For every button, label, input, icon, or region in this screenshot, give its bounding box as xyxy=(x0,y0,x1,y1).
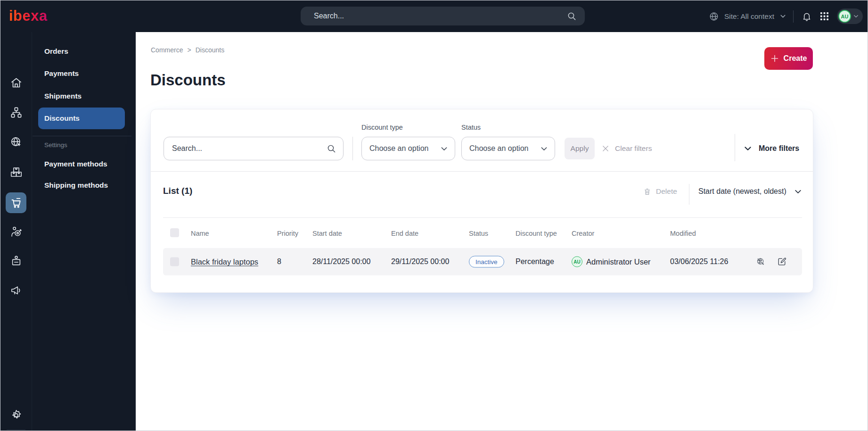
select-all-checkbox[interactable] xyxy=(170,228,179,237)
filter-search xyxy=(164,137,344,160)
column-header-status: Status xyxy=(469,230,488,237)
row-checkbox[interactable] xyxy=(170,257,179,266)
filter-search-input[interactable] xyxy=(172,144,327,153)
avatar: AU xyxy=(838,10,851,23)
modified-cell: 03/06/2025 11:26 xyxy=(670,257,728,266)
rail-item-dashboard[interactable] xyxy=(6,72,26,93)
app-window: ibexa Site: All context xyxy=(0,0,868,431)
sort-select[interactable]: Start date (newest, oldest) xyxy=(698,185,802,198)
search-icon[interactable] xyxy=(567,11,576,21)
chevron-down-icon xyxy=(779,13,786,20)
marketing-megaphone-icon xyxy=(10,284,23,297)
end-date-cell: 29/11/2025 00:00 xyxy=(391,257,449,266)
site-preview-disabled-button[interactable] xyxy=(756,257,766,267)
site-context-label: Site: All context xyxy=(724,12,774,21)
status-badge: Inactive xyxy=(469,256,504,268)
column-header-modified: Modified xyxy=(670,230,696,237)
rail-item-corporate[interactable] xyxy=(6,250,26,271)
chevron-down-icon xyxy=(540,145,548,153)
topbar-actions: AU xyxy=(793,0,863,32)
sidebar-panel: Orders Payments Shipments Discounts Sett… xyxy=(32,32,136,431)
sidebar-item-orders[interactable]: Orders xyxy=(32,40,136,63)
edit-icon xyxy=(777,257,787,267)
notifications-button[interactable] xyxy=(802,11,812,22)
discount-type-select[interactable]: Choose an option xyxy=(361,137,455,160)
more-filters-button[interactable]: More filters xyxy=(744,138,799,159)
column-header-name: Name xyxy=(191,230,209,237)
sidebar-item-payments[interactable]: Payments xyxy=(32,62,136,85)
rail-divider xyxy=(7,430,25,430)
sidebar-rail xyxy=(0,32,32,431)
creator-cell: AU Administrator User xyxy=(572,257,651,267)
chevron-down-icon xyxy=(853,13,859,19)
ibexa-logo[interactable]: ibexa xyxy=(9,8,48,25)
close-icon xyxy=(602,145,609,152)
discount-name-link[interactable]: Black friday laptops xyxy=(191,257,258,266)
clear-filters-button[interactable]: Clear filters xyxy=(602,138,652,159)
site-globe-icon xyxy=(10,136,23,149)
creator-avatar: AU xyxy=(572,257,582,267)
discount-type-value: Choose an option xyxy=(369,144,428,153)
sort-label: Start date (newest, oldest) xyxy=(698,187,786,196)
rail-item-personalization[interactable] xyxy=(6,221,26,242)
corporate-badge-icon xyxy=(10,255,23,267)
breadcrumb-separator: > xyxy=(187,46,191,54)
column-header-priority: Priority xyxy=(277,230,298,237)
rail-item-site[interactable] xyxy=(6,132,26,152)
column-header-creator: Creator xyxy=(572,230,594,237)
apply-button[interactable]: Apply xyxy=(565,138,595,159)
topbar-divider xyxy=(793,10,794,23)
sidebar-item-shipments[interactable]: Shipments xyxy=(32,85,136,108)
list-toolbar-divider xyxy=(689,184,689,205)
create-button-label: Create xyxy=(784,54,807,63)
sidebar-item-payment-methods[interactable]: Payment methods xyxy=(32,153,136,175)
column-header-type: Discount type xyxy=(516,230,557,237)
plus-icon xyxy=(770,54,779,63)
rail-item-products[interactable] xyxy=(6,162,26,182)
settings-section-label: Settings xyxy=(44,141,67,149)
apps-grid-icon xyxy=(820,12,829,21)
column-header-start: Start date xyxy=(312,230,342,237)
chevron-down-icon xyxy=(440,145,448,153)
breadcrumb: Commerce > Discounts xyxy=(151,46,224,54)
create-button[interactable]: Create xyxy=(764,47,813,70)
bell-icon xyxy=(802,11,812,22)
column-header-end: End date xyxy=(391,230,418,237)
settings-gear-icon xyxy=(10,409,23,422)
sidebar-item-shipping-methods[interactable]: Shipping methods xyxy=(32,174,136,197)
status-select[interactable]: Choose an option xyxy=(461,137,555,160)
rail-item-marketing[interactable] xyxy=(6,280,26,300)
content-tree-icon xyxy=(10,106,23,119)
rail-item-commerce[interactable] xyxy=(6,192,26,213)
filters-panel: Discount type Choose an option Status Ch… xyxy=(151,109,813,172)
global-search xyxy=(301,7,585,25)
more-filters-label: More filters xyxy=(759,144,799,153)
commerce-cart-icon xyxy=(10,197,23,209)
discount-type-label: Discount type xyxy=(361,124,403,131)
delete-button[interactable]: Delete xyxy=(643,185,677,198)
breadcrumb-commerce[interactable]: Commerce xyxy=(151,46,183,54)
personalization-target-icon xyxy=(10,225,23,238)
status-label: Status xyxy=(461,124,481,131)
page-title: Discounts xyxy=(150,71,226,89)
global-search-input[interactable] xyxy=(314,12,567,20)
list-title: List (1) xyxy=(163,186,192,196)
delete-button-label: Delete xyxy=(656,187,677,196)
apps-menu-button[interactable] xyxy=(820,12,829,21)
user-menu[interactable]: AU xyxy=(837,8,863,24)
rail-item-content[interactable] xyxy=(6,102,26,123)
table-row: Black friday laptops 8 28/11/2025 00:00 … xyxy=(163,248,802,275)
start-date-cell: 28/11/2025 00:00 xyxy=(312,257,370,266)
edit-button[interactable] xyxy=(777,257,787,267)
rail-item-settings[interactable] xyxy=(6,405,26,425)
sidebar-item-discounts[interactable]: Discounts xyxy=(38,108,125,129)
site-preview-disabled-icon xyxy=(756,257,766,267)
clear-filters-label: Clear filters xyxy=(615,144,652,153)
globe-icon xyxy=(709,11,719,22)
filter-divider xyxy=(352,137,353,160)
products-boxes-icon xyxy=(10,166,23,179)
search-icon[interactable] xyxy=(327,144,336,153)
site-context-selector[interactable]: Site: All context xyxy=(709,0,786,32)
chevron-down-icon xyxy=(744,144,752,153)
breadcrumb-current: Discounts xyxy=(196,46,224,54)
